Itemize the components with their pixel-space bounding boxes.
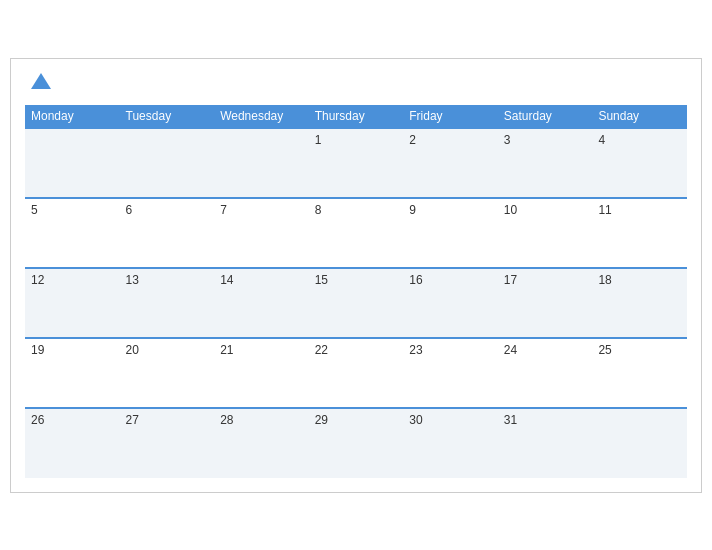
day-number: 3 — [504, 133, 511, 147]
calendar-header-row: MondayTuesdayWednesdayThursdayFridaySatu… — [25, 105, 687, 128]
calendar-header — [25, 69, 687, 97]
calendar-cell: 23 — [403, 338, 498, 408]
calendar-cell: 6 — [120, 198, 215, 268]
calendar-cell: 28 — [214, 408, 309, 478]
day-number: 20 — [126, 343, 139, 357]
day-number: 9 — [409, 203, 416, 217]
calendar-cell: 26 — [25, 408, 120, 478]
day-number: 22 — [315, 343, 328, 357]
calendar-cell: 30 — [403, 408, 498, 478]
calendar-week-row: 12131415161718 — [25, 268, 687, 338]
calendar-week-row: 1234 — [25, 128, 687, 198]
col-header-tuesday: Tuesday — [120, 105, 215, 128]
day-number: 1 — [315, 133, 322, 147]
col-header-friday: Friday — [403, 105, 498, 128]
calendar: MondayTuesdayWednesdayThursdayFridaySatu… — [10, 58, 702, 493]
day-number: 27 — [126, 413, 139, 427]
calendar-cell: 18 — [592, 268, 687, 338]
day-number: 24 — [504, 343, 517, 357]
calendar-cell: 24 — [498, 338, 593, 408]
day-number: 30 — [409, 413, 422, 427]
calendar-week-row: 262728293031 — [25, 408, 687, 478]
day-number: 29 — [315, 413, 328, 427]
calendar-cell — [592, 408, 687, 478]
svg-marker-0 — [31, 73, 51, 89]
day-number: 13 — [126, 273, 139, 287]
calendar-body: 1234567891011121314151617181920212223242… — [25, 128, 687, 478]
calendar-cell: 2 — [403, 128, 498, 198]
calendar-cell: 19 — [25, 338, 120, 408]
calendar-cell: 8 — [309, 198, 404, 268]
calendar-cell: 16 — [403, 268, 498, 338]
calendar-cell: 21 — [214, 338, 309, 408]
col-header-sunday: Sunday — [592, 105, 687, 128]
calendar-cell: 15 — [309, 268, 404, 338]
day-number: 16 — [409, 273, 422, 287]
col-header-thursday: Thursday — [309, 105, 404, 128]
calendar-cell: 22 — [309, 338, 404, 408]
calendar-cell: 27 — [120, 408, 215, 478]
day-number: 15 — [315, 273, 328, 287]
col-header-wednesday: Wednesday — [214, 105, 309, 128]
day-number: 21 — [220, 343, 233, 357]
day-number: 4 — [598, 133, 605, 147]
calendar-cell: 25 — [592, 338, 687, 408]
calendar-cell: 29 — [309, 408, 404, 478]
calendar-cell: 3 — [498, 128, 593, 198]
calendar-cell: 11 — [592, 198, 687, 268]
day-number: 10 — [504, 203, 517, 217]
day-number: 6 — [126, 203, 133, 217]
calendar-cell: 20 — [120, 338, 215, 408]
day-number: 7 — [220, 203, 227, 217]
day-number: 28 — [220, 413, 233, 427]
day-number: 2 — [409, 133, 416, 147]
day-number: 19 — [31, 343, 44, 357]
col-header-saturday: Saturday — [498, 105, 593, 128]
calendar-cell: 5 — [25, 198, 120, 268]
calendar-week-row: 567891011 — [25, 198, 687, 268]
calendar-cell: 7 — [214, 198, 309, 268]
calendar-cell: 17 — [498, 268, 593, 338]
calendar-cell: 4 — [592, 128, 687, 198]
calendar-cell — [25, 128, 120, 198]
calendar-cell: 9 — [403, 198, 498, 268]
day-number: 18 — [598, 273, 611, 287]
calendar-cell: 1 — [309, 128, 404, 198]
calendar-cell: 10 — [498, 198, 593, 268]
day-number: 12 — [31, 273, 44, 287]
day-number: 23 — [409, 343, 422, 357]
calendar-cell — [120, 128, 215, 198]
logo — [25, 69, 55, 97]
day-number: 8 — [315, 203, 322, 217]
logo-icon — [27, 69, 55, 97]
day-number: 14 — [220, 273, 233, 287]
calendar-week-row: 19202122232425 — [25, 338, 687, 408]
day-number: 11 — [598, 203, 611, 217]
day-number: 5 — [31, 203, 38, 217]
calendar-cell: 31 — [498, 408, 593, 478]
calendar-cell: 14 — [214, 268, 309, 338]
calendar-grid: MondayTuesdayWednesdayThursdayFridaySatu… — [25, 105, 687, 478]
day-number: 26 — [31, 413, 44, 427]
day-number: 31 — [504, 413, 517, 427]
col-header-monday: Monday — [25, 105, 120, 128]
calendar-cell — [214, 128, 309, 198]
day-number: 17 — [504, 273, 517, 287]
day-number: 25 — [598, 343, 611, 357]
calendar-cell: 12 — [25, 268, 120, 338]
calendar-cell: 13 — [120, 268, 215, 338]
